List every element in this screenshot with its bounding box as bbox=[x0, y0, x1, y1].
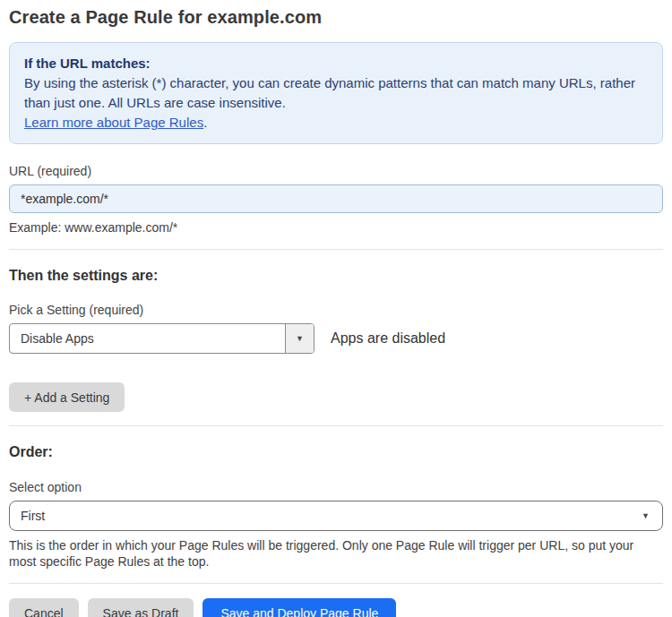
url-field-label: URL (required) bbox=[9, 164, 663, 178]
order-select-value: First bbox=[21, 509, 45, 523]
add-setting-button[interactable]: + Add a Setting bbox=[9, 382, 125, 412]
setting-dropdown-value: Disable Apps bbox=[10, 324, 285, 353]
divider bbox=[9, 425, 663, 426]
page-title: Create a Page Rule for example.com bbox=[9, 7, 663, 28]
save-as-draft-button[interactable]: Save as Draft bbox=[88, 598, 194, 617]
setting-dropdown-arrow-button[interactable]: ▼ bbox=[285, 324, 314, 353]
url-field-helper: Example: www.example.com/* bbox=[9, 219, 663, 236]
order-section-heading: Order: bbox=[9, 444, 663, 460]
info-box-body: By using the asterisk (*) character, you… bbox=[24, 73, 648, 113]
create-page-rule-panel: Create a Page Rule for example.com If th… bbox=[0, 0, 672, 617]
setting-dropdown[interactable]: Disable Apps ▼ bbox=[9, 323, 314, 354]
setting-row: Disable Apps ▼ Apps are disabled bbox=[9, 323, 663, 354]
settings-section-heading: Then the settings are: bbox=[9, 268, 663, 284]
setting-status-text: Apps are disabled bbox=[331, 330, 445, 347]
divider bbox=[9, 583, 663, 584]
learn-more-link[interactable]: Learn more about Page Rules bbox=[24, 115, 203, 130]
setting-picker-label: Pick a Setting (required) bbox=[9, 303, 663, 317]
save-and-deploy-button[interactable]: Save and Deploy Page Rule bbox=[202, 598, 396, 617]
divider bbox=[9, 249, 663, 250]
info-box-link-line: Learn more about Page Rules. bbox=[24, 113, 648, 133]
info-link-suffix: . bbox=[203, 115, 207, 130]
order-select-label: Select option bbox=[9, 480, 663, 494]
info-box-heading: If the URL matches: bbox=[24, 54, 648, 73]
order-select[interactable]: First ▼ bbox=[9, 501, 663, 531]
footer-actions: Cancel Save as Draft Save and Deploy Pag… bbox=[9, 598, 663, 617]
order-helper-text: This is the order in which your Page Rul… bbox=[9, 537, 663, 570]
url-input[interactable] bbox=[9, 184, 663, 213]
cancel-button[interactable]: Cancel bbox=[9, 598, 79, 617]
caret-down-icon: ▼ bbox=[296, 334, 304, 343]
caret-down-icon: ▼ bbox=[642, 511, 650, 520]
url-match-info-box: If the URL matches: By using the asteris… bbox=[9, 42, 663, 144]
